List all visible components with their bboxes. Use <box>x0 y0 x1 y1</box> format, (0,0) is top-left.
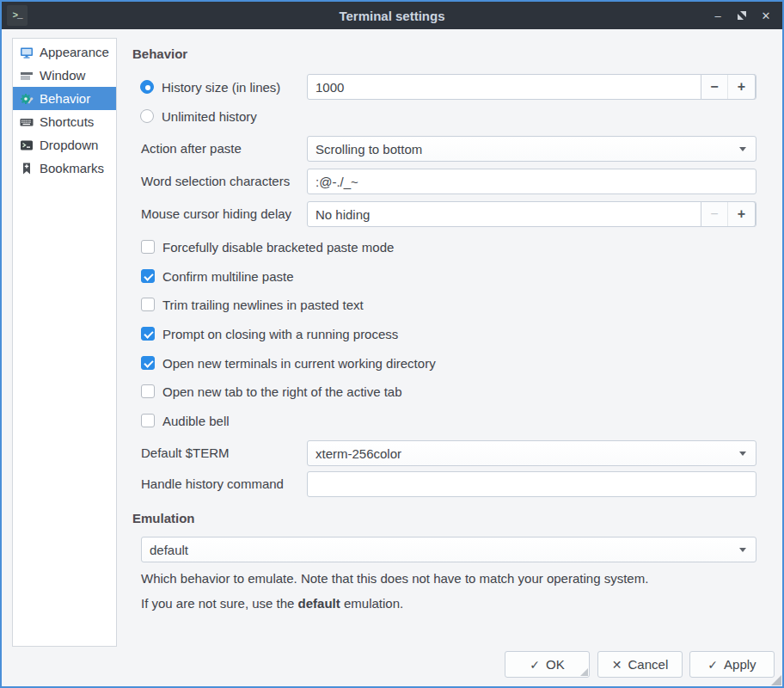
sidebar-item-window[interactable]: Window <box>13 64 116 87</box>
checkbox-label: Trim trailing newlines in pasted text <box>162 298 364 312</box>
checkbox-label: Open new terminals in current working di… <box>162 356 436 371</box>
sidebar-item-label: Shortcuts <box>40 114 94 129</box>
action-after-paste-value: Scrolling to bottom <box>315 142 422 157</box>
hint-prefix: If you are not sure, use the <box>141 596 298 611</box>
mouse-cursor-delay-increment-button[interactable]: + <box>728 202 755 226</box>
word-selection-label: Word selection characters <box>141 169 290 194</box>
history-size-spin-buttons: − + <box>701 74 756 100</box>
handle-history-input[interactable] <box>307 471 756 497</box>
chevron-down-icon <box>739 147 746 151</box>
history-size-radio-row[interactable]: History size (in lines) <box>140 78 280 95</box>
keyboard-icon <box>20 115 34 129</box>
appearance-icon <box>20 46 34 59</box>
action-after-paste-dropdown[interactable]: Scrolling to bottom <box>307 136 756 162</box>
sidebar-item-bookmarks[interactable]: Bookmarks <box>13 157 116 180</box>
emulation-dropdown[interactable]: default <box>141 537 756 562</box>
handle-history-label: Handle history command <box>141 471 284 497</box>
titlebar: >_ Terminal settings – ✕ <box>2 2 782 29</box>
checkbox-row-trim-newlines[interactable]: Trim trailing newlines in pasted text <box>141 296 364 313</box>
trim-newlines-checkbox[interactable] <box>141 298 155 311</box>
history-size-label: History size (in lines) <box>162 80 280 95</box>
sidebar-item-dropdown[interactable]: Dropdown <box>13 133 116 157</box>
checkbox-label: Forcefully disable bracketed paste mode <box>162 240 394 255</box>
chevron-down-icon <box>739 548 746 552</box>
behavior-gear-icon <box>20 92 34 106</box>
history-size-increment-button[interactable]: + <box>728 75 755 99</box>
checkbox-row-bracketed-paste[interactable]: Forcefully disable bracketed paste mode <box>141 238 394 255</box>
close-icon: ✕ <box>612 658 622 672</box>
checkbox-label: Confirm multiline paste <box>162 269 294 284</box>
mouse-cursor-delay-decrement-button[interactable]: − <box>701 202 728 226</box>
chevron-down-icon <box>739 452 746 456</box>
default-term-value: xterm-256color <box>315 446 401 461</box>
emulation-description: Which behavior to emulate. Note that thi… <box>141 571 648 586</box>
checkbox-row-confirm-multiline[interactable]: Confirm multiline paste <box>141 267 294 285</box>
checkbox-label: Prompt on closing with a running process <box>162 327 398 341</box>
open-in-cwd-checkbox[interactable] <box>141 356 155 370</box>
behavior-section-heading: Behavior <box>132 46 187 61</box>
mouse-cursor-delay-spinbox[interactable]: No hiding − + <box>307 201 756 227</box>
window-icon <box>20 69 34 83</box>
cancel-button-label: Cancel <box>628 657 669 672</box>
settings-category-list: Appearance Window <box>12 38 117 647</box>
sidebar-item-label: Dropdown <box>40 138 98 152</box>
checkbox-label: Audible bell <box>162 414 230 428</box>
emulation-hint: If you are not sure, use the default emu… <box>141 596 403 611</box>
apply-button[interactable]: ✓ Apply <box>689 651 775 678</box>
check-icon: ✓ <box>530 658 540 672</box>
window-title: Terminal settings <box>2 9 782 23</box>
checkbox-label: Open new tab to the right of the active … <box>162 384 402 399</box>
history-size-value: 1000 <box>315 80 344 95</box>
ok-button-label: OK <box>546 657 565 672</box>
emulation-section-heading: Emulation <box>132 511 195 525</box>
checkbox-row-open-tab-right[interactable]: Open new tab to the right of the active … <box>141 383 402 400</box>
prompt-glyph: > <box>12 10 17 21</box>
sidebar-item-behavior[interactable]: Behavior <box>13 87 116 110</box>
checkbox-row-audible-bell[interactable]: Audible bell <box>141 412 230 429</box>
history-size-decrement-button[interactable]: − <box>701 75 728 99</box>
ok-button-grip <box>580 668 588 676</box>
action-after-paste-label: Action after paste <box>141 136 242 162</box>
emulation-value: default <box>150 543 188 557</box>
hint-bold: default <box>298 596 340 611</box>
check-icon: ✓ <box>707 658 718 672</box>
default-term-label: Default $TERM <box>141 440 230 466</box>
minimize-icon[interactable]: – <box>708 6 727 25</box>
bracketed-paste-checkbox[interactable] <box>141 240 155 254</box>
audible-bell-checkbox[interactable] <box>141 414 155 427</box>
word-selection-value: :@-./_~ <box>315 175 358 189</box>
cancel-button[interactable]: ✕ Cancel <box>597 651 683 678</box>
open-tab-right-checkbox[interactable] <box>141 384 155 398</box>
history-size-radio[interactable] <box>140 80 154 94</box>
sidebar-item-label: Appearance <box>40 45 109 59</box>
sidebar-item-appearance[interactable]: Appearance <box>13 40 116 64</box>
bookmark-icon <box>20 162 34 175</box>
default-term-dropdown[interactable]: xterm-256color <box>307 440 756 466</box>
ok-button[interactable]: ✓ OK <box>505 651 590 678</box>
unlimited-history-radio[interactable] <box>140 109 154 123</box>
hint-suffix: emulation. <box>340 596 403 611</box>
terminal-icon <box>20 138 34 152</box>
titlebar-buttons: – ✕ <box>708 2 775 29</box>
unlimited-history-label: Unlimited history <box>162 109 257 124</box>
sidebar-item-shortcuts[interactable]: Shortcuts <box>13 110 116 133</box>
close-icon[interactable]: ✕ <box>756 6 775 25</box>
checkbox-row-prompt-on-closing[interactable]: Prompt on closing with a running process <box>141 325 398 342</box>
prompt-on-closing-checkbox[interactable] <box>141 327 155 341</box>
confirm-multiline-checkbox[interactable] <box>141 269 155 283</box>
mouse-cursor-delay-label: Mouse cursor hiding delay <box>141 201 291 227</box>
checkbox-row-open-in-cwd[interactable]: Open new terminals in current working di… <box>141 354 436 372</box>
mouse-cursor-delay-value: No hiding <box>315 207 370 222</box>
history-size-spinbox[interactable]: 1000 − + <box>307 74 756 100</box>
word-selection-input[interactable]: :@-./_~ <box>307 169 756 194</box>
sidebar-item-label: Window <box>40 68 85 83</box>
unlimited-history-radio-row[interactable]: Unlimited history <box>140 108 257 125</box>
sidebar-item-label: Bookmarks <box>40 161 104 175</box>
mouse-cursor-delay-spin-buttons: − + <box>701 201 756 227</box>
terminal-settings-window: >_ Terminal settings – ✕ Appearance Wind… <box>0 0 784 688</box>
window-resize-grip[interactable] <box>771 675 781 685</box>
restore-icon[interactable] <box>732 6 751 25</box>
sidebar-item-label: Behavior <box>40 91 90 106</box>
terminal-app-icon: >_ <box>7 5 28 26</box>
apply-button-label: Apply <box>724 657 756 672</box>
